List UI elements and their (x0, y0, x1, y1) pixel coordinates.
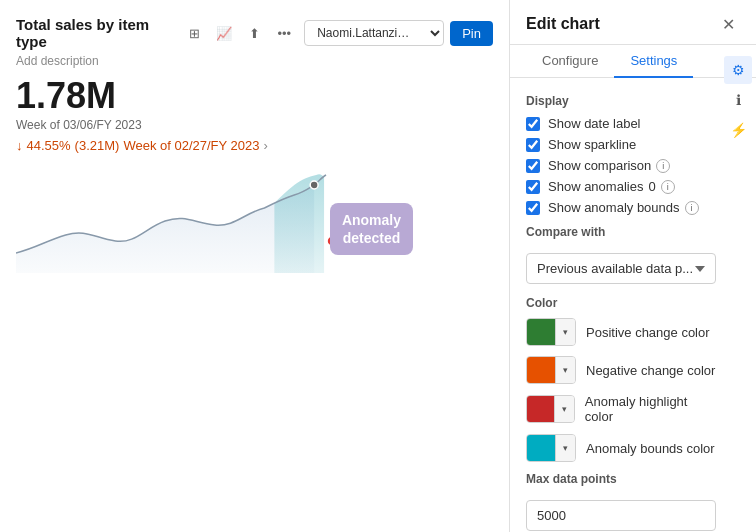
right-panel: Edit chart ✕ Configure Settings ⚙ ℹ ⚡ Di… (510, 0, 756, 532)
change-icon: ↓ (16, 138, 23, 153)
share-icon[interactable]: ⬆ (242, 21, 266, 45)
chart-svg (16, 163, 493, 283)
metric-change: ↓ 44.55% (3.21M) Week of 02/27/FY 2023 › (16, 138, 493, 153)
anomalies-badge: 0 (648, 179, 655, 194)
change-date: Week of 02/27/FY 2023 (123, 138, 259, 153)
anomaly-highlight-color-swatch (527, 395, 554, 423)
color-section-label: Color (526, 296, 716, 310)
anomaly-highlight-color-button[interactable]: ▾ (526, 395, 575, 423)
anomalies-info-icon[interactable]: i (661, 180, 675, 194)
show-sparkline-label[interactable]: Show sparkline (548, 137, 636, 152)
user-selector: Naomi.Lattanzi@thoug... Pin (304, 20, 493, 46)
chart-view-icon[interactable]: 📈 (212, 21, 236, 45)
max-data-section-label: Max data points (526, 472, 716, 486)
color-row-anomaly-highlight: ▾ Anomaly highlight color (526, 394, 716, 424)
anomaly-bounds-color-button[interactable]: ▾ (526, 434, 576, 462)
show-anomaly-bounds-checkbox[interactable] (526, 201, 540, 215)
header-icons: ⊞ 📈 ⬆ ••• (182, 21, 296, 45)
max-data-input[interactable] (526, 500, 716, 531)
header-row: Total sales by item type ⊞ 📈 ⬆ ••• Naomi… (16, 16, 493, 50)
metric-value: 1.78M (16, 76, 493, 116)
color-row-positive: ▾ Positive change color (526, 318, 716, 346)
show-comparison-checkbox[interactable] (526, 159, 540, 173)
anomaly-bounds-color-swatch (527, 434, 555, 462)
anomaly-bounds-info-icon[interactable]: i (685, 201, 699, 215)
negative-color-button[interactable]: ▾ (526, 356, 576, 384)
change-pct: 44.55% (27, 138, 71, 153)
metric-date: Week of 03/06/FY 2023 (16, 118, 493, 132)
checkbox-row-anomaly-bounds: Show anomaly bounds i (526, 200, 716, 215)
positive-color-button[interactable]: ▾ (526, 318, 576, 346)
color-section: Color ▾ Positive change color ▾ Negative… (526, 296, 716, 462)
anomaly-highlight-color-arrow: ▾ (554, 395, 574, 423)
compare-section-label: Compare with (526, 225, 716, 239)
compare-section: Compare with Previous available data p..… (526, 225, 716, 284)
anomaly-dot-red (327, 236, 337, 246)
show-comparison-label[interactable]: Show comparison i (548, 158, 670, 173)
checkbox-row-sparkline: Show sparkline (526, 137, 716, 152)
more-options-icon[interactable]: ••• (272, 21, 296, 45)
comparison-info-icon[interactable]: i (656, 159, 670, 173)
table-view-icon[interactable]: ⊞ (182, 21, 206, 45)
chart-title: Total sales by item type (16, 16, 170, 50)
show-date-label-label[interactable]: Show date label (548, 116, 641, 131)
flash-icon[interactable]: ⚡ (724, 116, 752, 144)
checkbox-row-comparison: Show comparison i (526, 158, 716, 173)
right-sidebar-icons: ⚙ ℹ ⚡ (720, 52, 756, 148)
show-sparkline-checkbox[interactable] (526, 138, 540, 152)
negative-color-swatch (527, 356, 555, 384)
show-anomalies-checkbox[interactable] (526, 180, 540, 194)
anomaly-bounds-color-arrow: ▾ (555, 434, 575, 462)
color-row-negative: ▾ Negative change color (526, 356, 716, 384)
display-section-label: Display (526, 94, 716, 108)
change-val: (3.21M) (75, 138, 120, 153)
anomaly-bounds-color-label: Anomaly bounds color (586, 441, 715, 456)
anomaly-highlight-color-label: Anomaly highlight color (585, 394, 716, 424)
color-row-anomaly-bounds: ▾ Anomaly bounds color (526, 434, 716, 462)
positive-color-label: Positive change color (586, 325, 710, 340)
anomaly-arrow-line (339, 231, 399, 239)
show-date-label-checkbox[interactable] (526, 117, 540, 131)
gear-icon[interactable]: ⚙ (724, 56, 752, 84)
show-anomaly-bounds-label[interactable]: Show anomaly bounds i (548, 200, 699, 215)
panel-title: Edit chart (526, 15, 600, 33)
negative-color-arrow: ▾ (555, 356, 575, 384)
add-description[interactable]: Add description (16, 54, 493, 68)
max-data-section: Max data points Positive values up to 20… (526, 472, 716, 532)
positive-color-arrow: ▾ (555, 318, 575, 346)
positive-color-swatch (527, 318, 555, 346)
info-icon-sidebar[interactable]: ℹ (724, 86, 752, 114)
chart-container: Anomaly detected (16, 163, 493, 283)
negative-color-label: Negative change color (586, 363, 715, 378)
tab-configure[interactable]: Configure (526, 45, 614, 78)
pin-button[interactable]: Pin (450, 21, 493, 46)
tab-settings[interactable]: Settings (614, 45, 693, 78)
chevron-right-icon[interactable]: › (264, 138, 268, 153)
compare-dropdown[interactable]: Previous available data p... (526, 253, 716, 284)
checkbox-row-date-label: Show date label (526, 116, 716, 131)
chart-area-fill (16, 185, 314, 273)
user-dropdown[interactable]: Naomi.Lattanzi@thoug... (304, 20, 444, 46)
left-panel: Total sales by item type ⊞ 📈 ⬆ ••• Naomi… (0, 0, 510, 532)
show-anomalies-label[interactable]: Show anomalies 0 i (548, 179, 675, 194)
anomaly-dot-gray (310, 181, 318, 189)
close-button[interactable]: ✕ (716, 12, 740, 36)
right-header: Edit chart ✕ (510, 0, 756, 45)
checkbox-row-anomalies: Show anomalies 0 i (526, 179, 716, 194)
